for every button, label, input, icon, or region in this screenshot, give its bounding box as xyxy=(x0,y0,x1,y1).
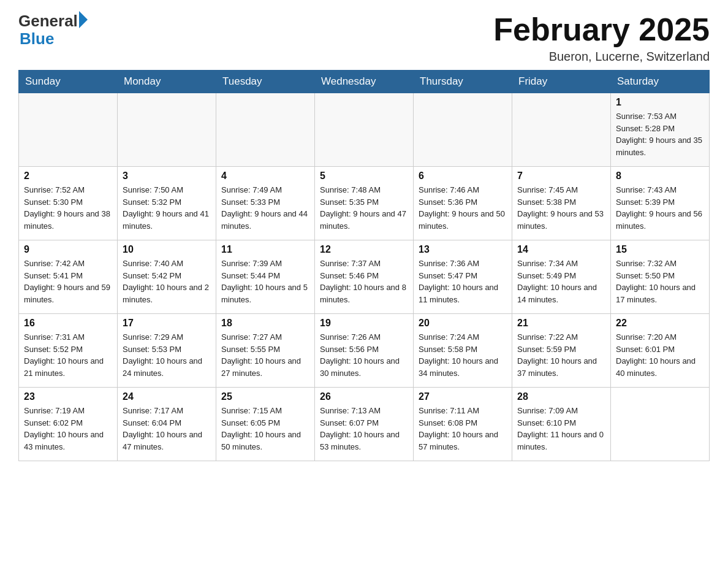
weekday-header-monday: Monday xyxy=(118,71,216,93)
calendar-cell: 21Sunrise: 7:22 AMSunset: 5:59 PMDayligh… xyxy=(512,314,611,388)
day-number: 11 xyxy=(221,244,309,255)
calendar-cell: 26Sunrise: 7:13 AMSunset: 6:07 PMDayligh… xyxy=(315,388,414,461)
day-info: Sunrise: 7:29 AMSunset: 5:53 PMDaylight:… xyxy=(123,331,211,379)
calendar-cell: 11Sunrise: 7:39 AMSunset: 5:44 PMDayligh… xyxy=(216,240,315,314)
page-header: General Blue February 2025 Bueron, Lucer… xyxy=(18,12,710,64)
day-number: 27 xyxy=(419,391,507,402)
day-info: Sunrise: 7:27 AMSunset: 5:55 PMDaylight:… xyxy=(221,331,309,379)
calendar-cell: 25Sunrise: 7:15 AMSunset: 6:05 PMDayligh… xyxy=(216,388,315,461)
day-info: Sunrise: 7:50 AMSunset: 5:32 PMDaylight:… xyxy=(123,184,211,232)
day-number: 16 xyxy=(24,318,112,329)
calendar-cell: 16Sunrise: 7:31 AMSunset: 5:52 PMDayligh… xyxy=(19,314,118,388)
calendar-cell xyxy=(512,93,611,167)
calendar-cell xyxy=(118,93,216,167)
calendar-cell: 28Sunrise: 7:09 AMSunset: 6:10 PMDayligh… xyxy=(512,388,611,461)
day-info: Sunrise: 7:42 AMSunset: 5:41 PMDaylight:… xyxy=(24,258,112,305)
day-info: Sunrise: 7:39 AMSunset: 5:44 PMDaylight:… xyxy=(221,258,309,305)
day-number: 17 xyxy=(123,318,211,329)
day-number: 2 xyxy=(24,170,112,182)
logo-general-text: General xyxy=(18,12,78,30)
day-info: Sunrise: 7:17 AMSunset: 6:04 PMDaylight:… xyxy=(123,405,211,453)
day-info: Sunrise: 7:34 AMSunset: 5:49 PMDaylight:… xyxy=(517,258,605,305)
calendar-cell: 5Sunrise: 7:48 AMSunset: 5:35 PMDaylight… xyxy=(315,167,414,240)
calendar-cell: 13Sunrise: 7:36 AMSunset: 5:47 PMDayligh… xyxy=(414,240,512,314)
calendar-cell: 22Sunrise: 7:20 AMSunset: 6:01 PMDayligh… xyxy=(611,314,710,388)
calendar-week-row: 23Sunrise: 7:19 AMSunset: 6:02 PMDayligh… xyxy=(19,388,710,461)
calendar-cell: 19Sunrise: 7:26 AMSunset: 5:56 PMDayligh… xyxy=(315,314,414,388)
weekday-header-saturday: Saturday xyxy=(611,71,710,93)
day-number: 12 xyxy=(320,244,408,255)
day-info: Sunrise: 7:46 AMSunset: 5:36 PMDaylight:… xyxy=(419,184,507,232)
day-number: 13 xyxy=(419,244,507,255)
day-info: Sunrise: 7:15 AMSunset: 6:05 PMDaylight:… xyxy=(221,405,309,453)
day-info: Sunrise: 7:19 AMSunset: 6:02 PMDaylight:… xyxy=(24,405,112,453)
day-number: 1 xyxy=(616,97,704,108)
calendar-cell xyxy=(216,93,315,167)
day-number: 19 xyxy=(320,318,408,329)
day-number: 20 xyxy=(419,318,507,329)
calendar-cell: 20Sunrise: 7:24 AMSunset: 5:58 PMDayligh… xyxy=(414,314,512,388)
calendar-cell: 1Sunrise: 7:53 AMSunset: 5:28 PMDaylight… xyxy=(611,93,710,167)
calendar-cell: 3Sunrise: 7:50 AMSunset: 5:32 PMDaylight… xyxy=(118,167,216,240)
calendar-cell: 4Sunrise: 7:49 AMSunset: 5:33 PMDaylight… xyxy=(216,167,315,240)
day-number: 24 xyxy=(123,391,211,402)
calendar-cell: 27Sunrise: 7:11 AMSunset: 6:08 PMDayligh… xyxy=(414,388,512,461)
calendar-cell: 6Sunrise: 7:46 AMSunset: 5:36 PMDaylight… xyxy=(414,167,512,240)
day-info: Sunrise: 7:20 AMSunset: 6:01 PMDaylight:… xyxy=(616,331,704,379)
day-info: Sunrise: 7:22 AMSunset: 5:59 PMDaylight:… xyxy=(517,331,605,379)
calendar-cell: 14Sunrise: 7:34 AMSunset: 5:49 PMDayligh… xyxy=(512,240,611,314)
calendar-cell: 2Sunrise: 7:52 AMSunset: 5:30 PMDaylight… xyxy=(19,167,118,240)
calendar-cell: 23Sunrise: 7:19 AMSunset: 6:02 PMDayligh… xyxy=(19,388,118,461)
calendar-cell: 9Sunrise: 7:42 AMSunset: 5:41 PMDaylight… xyxy=(19,240,118,314)
day-info: Sunrise: 7:11 AMSunset: 6:08 PMDaylight:… xyxy=(419,405,507,453)
logo-blue-text: Blue xyxy=(20,30,54,48)
day-number: 26 xyxy=(320,391,408,402)
day-number: 15 xyxy=(616,244,704,255)
calendar-cell: 15Sunrise: 7:32 AMSunset: 5:50 PMDayligh… xyxy=(611,240,710,314)
title-block: February 2025 Bueron, Lucerne, Switzerla… xyxy=(493,12,710,64)
day-number: 28 xyxy=(517,391,605,402)
day-number: 14 xyxy=(517,244,605,255)
day-number: 25 xyxy=(221,391,309,402)
weekday-header-sunday: Sunday xyxy=(19,71,118,93)
calendar-week-row: 2Sunrise: 7:52 AMSunset: 5:30 PMDaylight… xyxy=(19,167,710,240)
calendar-cell: 8Sunrise: 7:43 AMSunset: 5:39 PMDaylight… xyxy=(611,167,710,240)
day-info: Sunrise: 7:40 AMSunset: 5:42 PMDaylight:… xyxy=(123,258,211,305)
calendar-cell: 24Sunrise: 7:17 AMSunset: 6:04 PMDayligh… xyxy=(118,388,216,461)
calendar-cell: 7Sunrise: 7:45 AMSunset: 5:38 PMDaylight… xyxy=(512,167,611,240)
weekday-header-wednesday: Wednesday xyxy=(315,71,414,93)
day-info: Sunrise: 7:09 AMSunset: 6:10 PMDaylight:… xyxy=(517,405,605,453)
day-info: Sunrise: 7:32 AMSunset: 5:50 PMDaylight:… xyxy=(616,258,704,305)
day-number: 5 xyxy=(320,170,408,182)
weekday-header-thursday: Thursday xyxy=(414,71,512,93)
day-info: Sunrise: 7:49 AMSunset: 5:33 PMDaylight:… xyxy=(221,184,309,232)
day-info: Sunrise: 7:26 AMSunset: 5:56 PMDaylight:… xyxy=(320,331,408,379)
day-info: Sunrise: 7:48 AMSunset: 5:35 PMDaylight:… xyxy=(320,184,408,232)
day-number: 4 xyxy=(221,170,309,182)
location-title: Bueron, Lucerne, Switzerland xyxy=(493,50,710,64)
day-number: 18 xyxy=(221,318,309,329)
calendar-week-row: 9Sunrise: 7:42 AMSunset: 5:41 PMDaylight… xyxy=(19,240,710,314)
day-info: Sunrise: 7:31 AMSunset: 5:52 PMDaylight:… xyxy=(24,331,112,379)
month-title: February 2025 xyxy=(493,12,710,47)
calendar-week-row: 1Sunrise: 7:53 AMSunset: 5:28 PMDaylight… xyxy=(19,93,710,167)
day-info: Sunrise: 7:36 AMSunset: 5:47 PMDaylight:… xyxy=(419,258,507,305)
calendar-cell: 10Sunrise: 7:40 AMSunset: 5:42 PMDayligh… xyxy=(118,240,216,314)
day-number: 8 xyxy=(616,170,704,182)
calendar-cell xyxy=(414,93,512,167)
day-info: Sunrise: 7:53 AMSunset: 5:28 PMDaylight:… xyxy=(616,110,704,158)
calendar-cell: 18Sunrise: 7:27 AMSunset: 5:55 PMDayligh… xyxy=(216,314,315,388)
day-number: 23 xyxy=(24,391,112,402)
logo-triangle-icon xyxy=(79,11,88,28)
day-number: 21 xyxy=(517,318,605,329)
day-number: 7 xyxy=(517,170,605,182)
calendar-cell: 17Sunrise: 7:29 AMSunset: 5:53 PMDayligh… xyxy=(118,314,216,388)
day-info: Sunrise: 7:37 AMSunset: 5:46 PMDaylight:… xyxy=(320,258,408,305)
day-info: Sunrise: 7:45 AMSunset: 5:38 PMDaylight:… xyxy=(517,184,605,232)
calendar-header-row: SundayMondayTuesdayWednesdayThursdayFrid… xyxy=(19,71,710,93)
weekday-header-friday: Friday xyxy=(512,71,611,93)
day-info: Sunrise: 7:43 AMSunset: 5:39 PMDaylight:… xyxy=(616,184,704,232)
day-number: 22 xyxy=(616,318,704,329)
calendar-cell: 12Sunrise: 7:37 AMSunset: 5:46 PMDayligh… xyxy=(315,240,414,314)
day-info: Sunrise: 7:24 AMSunset: 5:58 PMDaylight:… xyxy=(419,331,507,379)
